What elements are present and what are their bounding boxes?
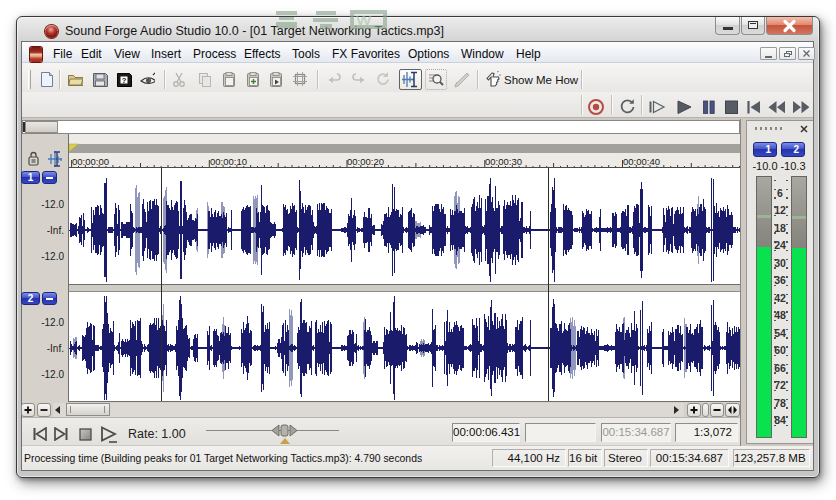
svg-text:?: ? bbox=[122, 76, 127, 85]
